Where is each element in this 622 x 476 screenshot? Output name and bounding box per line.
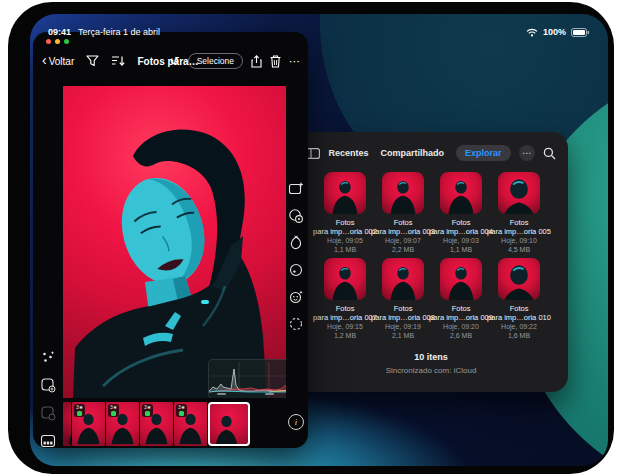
green-tag xyxy=(145,411,150,416)
file-size: 2,6 MB xyxy=(450,331,472,340)
info-icon: i xyxy=(295,417,298,427)
tab-recentes[interactable]: Recentes xyxy=(328,148,368,158)
filmstrip-thumbnail[interactable] xyxy=(208,402,250,446)
browser-more-icon[interactable]: ⋯ xyxy=(519,145,535,161)
file-thumbnail xyxy=(324,258,366,300)
rating-badge: 3★ xyxy=(74,404,85,417)
file-size: 1,2 MB xyxy=(334,331,356,340)
file-item[interactable]: Fotospara imp…oria 008 Hoje, 09:19 2,1 M… xyxy=(374,258,432,340)
file-name: Fotospara imp…oria 003 xyxy=(371,218,435,236)
filmstrip: 3★ 3★ 3★ 3★ xyxy=(63,402,250,446)
filmstrip-toggle-icon[interactable] xyxy=(40,432,57,449)
file-size: 1,1 MB xyxy=(450,245,472,254)
select-subject-icon[interactable] xyxy=(288,315,305,332)
retouch-icon[interactable] xyxy=(288,288,305,305)
histogram-handle[interactable] xyxy=(201,300,209,304)
histogram-label-mid xyxy=(265,393,274,395)
browser-footer: 10 itens Sincronizado com: iCloud xyxy=(294,352,568,375)
photo-canvas[interactable] xyxy=(63,86,286,398)
file-size: 2,2 MB xyxy=(392,245,414,254)
status-bar: 09:41 Terça-feira 1 de abril 100% xyxy=(30,24,608,40)
battery-percent: 100% xyxy=(543,27,566,37)
file-item[interactable]: Fotospara imp…oria 003 Hoje, 09:07 2,2 M… xyxy=(374,172,432,254)
more-icon[interactable]: ⋯ xyxy=(289,55,301,68)
file-date: Hoje, 09:22 xyxy=(501,322,537,331)
filmstrip-thumbnail[interactable] xyxy=(63,402,71,446)
histogram-panel[interactable] xyxy=(208,359,286,398)
file-date: Hoje, 09:03 xyxy=(443,236,479,245)
file-size: 2,1 MB xyxy=(392,331,414,340)
color-adjust-icon[interactable] xyxy=(288,207,305,224)
browser-header: Recentes Compartilhado Explorar ⋯ xyxy=(294,141,568,165)
file-thumbnail xyxy=(440,172,482,214)
file-browser-window: Recentes Compartilhado Explorar ⋯ xyxy=(294,132,568,392)
histogram-label-left xyxy=(217,393,226,395)
item-count: 10 itens xyxy=(294,352,568,362)
sync-status: Sincronizado com: iCloud xyxy=(294,366,568,375)
browser-tabs: Recentes Compartilhado Explorar xyxy=(320,145,519,161)
file-thumbnail xyxy=(382,258,424,300)
green-tag xyxy=(179,411,184,416)
share-icon[interactable] xyxy=(251,55,262,68)
status-date: Terça-feira 1 de abril xyxy=(78,27,160,37)
green-tag xyxy=(111,411,116,416)
file-item[interactable]: Fotospara imp…oria 005 Hoje, 09:10 4,5 M… xyxy=(490,172,548,254)
file-thumbnail xyxy=(440,258,482,300)
rating-badge: 3★ xyxy=(142,404,153,417)
status-time: 09:41 xyxy=(48,27,71,37)
info-button[interactable]: i xyxy=(288,414,304,430)
file-item[interactable]: Fotospara imp…oria 004 Hoje, 09:03 1,1 M… xyxy=(432,172,490,254)
file-name: Fotospara imp…oria 008 xyxy=(371,304,435,322)
back-label: Voltar xyxy=(49,56,75,67)
ipad-device-frame: 09:41 Terça-feira 1 de abril 100% xyxy=(8,2,614,474)
file-thumbnail xyxy=(324,172,366,214)
file-name: Fotospara imp…oria 009 xyxy=(429,304,493,322)
file-item[interactable]: Fotospara imp…oria 010 Hoje, 09:22 1,6 M… xyxy=(490,258,548,340)
sort-icon[interactable] xyxy=(111,55,125,67)
file-name: Fotospara imp…oria 010 xyxy=(487,304,551,322)
side-tools-column xyxy=(38,348,58,449)
tab-explorar[interactable]: Explorar xyxy=(456,145,511,161)
undo-icon[interactable]: ↺ xyxy=(170,54,180,68)
tab-compartilhado[interactable]: Compartilhado xyxy=(381,148,445,158)
file-item[interactable]: Fotospara imp…oria 009 Hoje, 09:20 2,6 M… xyxy=(432,258,490,340)
file-name: Fotospara imp…oria 004 xyxy=(429,218,493,236)
file-name: Fotospara imp…oria 005 xyxy=(487,218,551,236)
edit-tools-column xyxy=(286,180,306,332)
ml-adjust-icon[interactable] xyxy=(40,348,57,365)
rating-badge: 3★ xyxy=(108,404,119,417)
file-date: Hoje, 09:05 xyxy=(327,236,363,245)
battery-icon xyxy=(571,28,590,37)
file-size: 1,1 MB xyxy=(334,245,356,254)
green-tag xyxy=(77,411,82,416)
filmstrip-thumbnail[interactable]: 3★ xyxy=(174,402,207,446)
trash-icon[interactable] xyxy=(270,55,281,68)
file-size: 4,5 MB xyxy=(508,245,530,254)
editor-toolbar: ‹ Voltar Fotos para… ↺ Selecione xyxy=(33,47,308,75)
filter-icon[interactable] xyxy=(86,55,99,67)
search-icon[interactable] xyxy=(543,147,556,160)
vignette-icon[interactable] xyxy=(288,261,305,278)
stage: 09:41 Terça-feira 1 de abril 100% xyxy=(0,0,622,476)
rating-badge: 3★ xyxy=(176,404,187,417)
sidebar-toggle-icon[interactable] xyxy=(306,148,320,159)
auto-enhance-icon[interactable] xyxy=(288,180,305,197)
export-copy-icon[interactable] xyxy=(40,376,57,393)
file-thumbnail xyxy=(382,172,424,214)
file-name: Fotospara imp…oria 007 xyxy=(313,304,377,322)
export-copy-disabled-icon xyxy=(40,404,57,421)
filmstrip-thumbnail[interactable]: 3★ xyxy=(106,402,139,446)
file-size: 1,6 MB xyxy=(508,331,530,340)
back-button[interactable]: ‹ Voltar xyxy=(42,56,74,67)
file-date: Hoje, 09:15 xyxy=(327,322,363,331)
select-button[interactable]: Selecione xyxy=(188,53,243,69)
file-item[interactable]: Fotospara imp…oria 002 Hoje, 09:05 1,1 M… xyxy=(316,172,374,254)
filmstrip-thumbnail[interactable]: 3★ xyxy=(72,402,105,446)
wifi-icon xyxy=(526,28,538,37)
file-date: Hoje, 09:10 xyxy=(501,236,537,245)
file-grid: Fotospara imp…oria 002 Hoje, 09:05 1,1 M… xyxy=(316,172,548,340)
filmstrip-thumbnail[interactable]: 3★ xyxy=(140,402,173,446)
file-item[interactable]: Fotospara imp…oria 007 Hoje, 09:15 1,2 M… xyxy=(316,258,374,340)
brush-icon[interactable] xyxy=(288,234,305,251)
chevron-left-icon: ‹ xyxy=(42,55,47,65)
